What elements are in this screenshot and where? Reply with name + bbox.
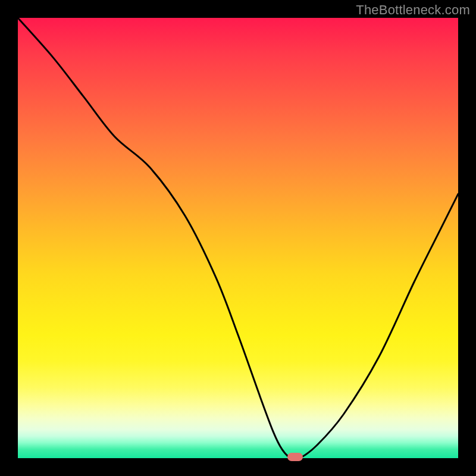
bottleneck-curve <box>18 18 458 458</box>
attribution-text: TheBottleneck.com <box>356 2 470 18</box>
chart-frame: TheBottleneck.com <box>0 0 476 476</box>
chart-plot-area <box>18 18 458 458</box>
optimal-marker <box>287 453 303 461</box>
